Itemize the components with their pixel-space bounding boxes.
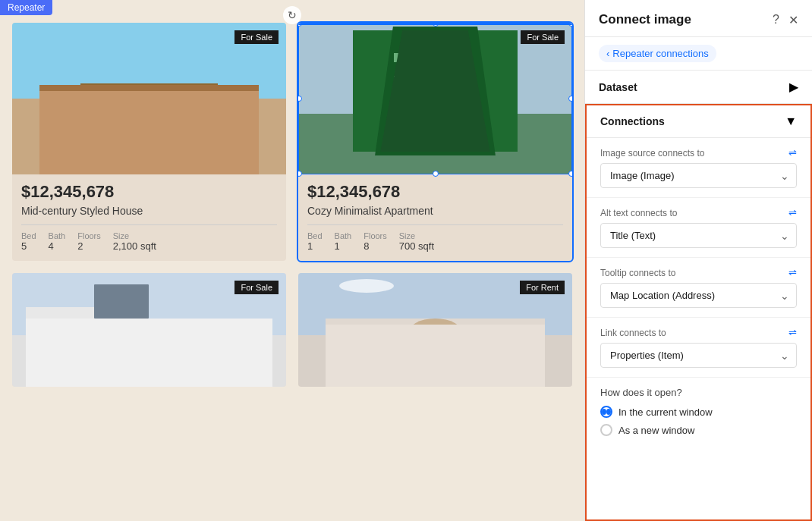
- panel-header: Connect image ? ✕: [585, 0, 812, 37]
- alt-text-select-wrapper: Title (Text) Description (Text) Address …: [600, 223, 797, 248]
- panel-title: Connect image: [599, 12, 691, 27]
- panel-help-icon[interactable]: ?: [773, 13, 779, 27]
- card-2[interactable]: Image ↺: [298, 23, 572, 261]
- radio-current-window-text: In the current window: [618, 406, 713, 418]
- card-1-floors: Floors 2: [77, 231, 101, 252]
- dataset-row[interactable]: Dataset ▶: [585, 71, 812, 104]
- alt-text-label: Alt text connects to ⇌: [600, 207, 797, 218]
- card-1-info: $12,345,678 Mid-century Styled House Bed…: [12, 174, 286, 261]
- card-1-title: Mid-century Styled House: [21, 205, 277, 217]
- card-2-title: Cozy Minimalist Apartment: [307, 205, 563, 217]
- card-2-bed: Bed 1: [307, 231, 323, 252]
- card-1-image: [12, 23, 286, 174]
- alt-text-select[interactable]: Title (Text) Description (Text) Address …: [600, 223, 797, 248]
- alt-text-link-icon[interactable]: ⇌: [788, 207, 797, 218]
- radio-new-window-circle: [600, 424, 612, 436]
- card-4-badge: For Rent: [520, 281, 565, 294]
- connection-image-source: Image source connects to ⇌ Image (Image)…: [587, 138, 810, 198]
- image-source-select-wrapper: Image (Image) Title (Text) Price (Number…: [600, 163, 797, 188]
- link-label: Link connects to ⇌: [600, 327, 797, 338]
- right-panel: Connect image ? ✕ ‹ Repeater connections…: [584, 0, 812, 521]
- image-source-link-icon[interactable]: ⇌: [788, 147, 797, 158]
- back-link-text: Repeater connections: [612, 48, 708, 59]
- card-2-badge: For Sale: [521, 30, 565, 44]
- connections-section: Connections ▼ Image source connects to ⇌…: [585, 104, 812, 521]
- card-2-details: Bed 1 Bath 1 Floors 8 Size 700 sqft: [307, 231, 563, 252]
- open-label: How does it open?: [600, 387, 797, 398]
- card-4: For Rent: [298, 273, 572, 387]
- radio-current-window-circle: [600, 406, 612, 418]
- card-1: For Sale $12,345,678 Mid-century Styled …: [12, 23, 286, 261]
- card-2-price: $12,345,678: [307, 182, 563, 202]
- panel-close-icon[interactable]: ✕: [788, 13, 798, 27]
- canvas-refresh-icon[interactable]: ↻: [283, 6, 301, 24]
- tooltip-select-wrapper: Map Location (Address) Title (Text) Desc…: [600, 283, 797, 308]
- radio-current-window[interactable]: In the current window: [600, 406, 797, 418]
- dataset-arrow-icon: ▶: [789, 80, 798, 94]
- panel-header-icons: ? ✕: [773, 13, 798, 27]
- tooltip-select[interactable]: Map Location (Address) Title (Text) Desc…: [600, 283, 797, 308]
- radio-new-window[interactable]: As a new window: [600, 424, 797, 436]
- radio-new-window-text: As a new window: [618, 425, 694, 436]
- card-2-floors: Floors 8: [364, 231, 387, 252]
- radio-group: In the current window As a new window: [600, 406, 797, 436]
- image-source-select[interactable]: Image (Image) Title (Text) Price (Number…: [600, 163, 797, 188]
- card-2-divider: [307, 224, 563, 225]
- open-section: How does it open? In the current window …: [587, 378, 810, 445]
- link-link-icon[interactable]: ⇌: [788, 327, 797, 338]
- card-1-size: Size 2,100 sqft: [113, 231, 156, 252]
- back-chevron-icon: ‹: [606, 48, 609, 59]
- link-select-wrapper: Properties (Item) URL (Text) None: [600, 343, 797, 368]
- tooltip-label: Tooltip connects to ⇌: [600, 267, 797, 278]
- card-3: For Sale: [12, 273, 286, 387]
- connection-tooltip: Tooltip connects to ⇌ Map Location (Addr…: [587, 258, 810, 318]
- card-1-bath: Bath 4: [49, 231, 66, 252]
- card-1-badge: For Sale: [234, 30, 279, 44]
- card-1-divider: [21, 224, 277, 225]
- cards-grid: For Sale $12,345,678 Mid-century Styled …: [0, 0, 584, 399]
- dataset-label: Dataset: [599, 81, 637, 93]
- card-1-price: $12,345,678: [21, 182, 277, 202]
- card-3-badge: For Sale: [234, 281, 279, 294]
- connections-arrow-icon: ▼: [785, 115, 797, 128]
- card-1-details: Bed 5 Bath 4 Floors 2 Size 2,100 sqft: [21, 231, 277, 252]
- image-source-label: Image source connects to ⇌: [600, 147, 797, 158]
- repeater-label: Repeater: [0, 0, 52, 15]
- card-1-bed: Bed 5: [21, 231, 36, 252]
- repeater-connections-bar: ‹ Repeater connections: [585, 37, 812, 71]
- connections-header: Connections ▼: [587, 105, 810, 138]
- card-2-top-bar: [298, 23, 572, 25]
- back-link[interactable]: ‹ Repeater connections: [599, 45, 716, 62]
- connections-title: Connections: [600, 115, 665, 127]
- card-2-bath: Bath 1: [335, 231, 352, 252]
- connection-link: Link connects to ⇌ Properties (Item) URL…: [587, 318, 810, 378]
- connection-alt-text: Alt text connects to ⇌ Title (Text) Desc…: [587, 198, 810, 258]
- card-2-size: Size 700 sqft: [399, 231, 434, 252]
- card-2-image: [298, 23, 572, 174]
- tooltip-link-icon[interactable]: ⇌: [788, 267, 797, 278]
- link-select[interactable]: Properties (Item) URL (Text) None: [600, 343, 797, 368]
- card-2-info: $12,345,678 Cozy Minimalist Apartment Be…: [298, 174, 572, 261]
- canvas: Repeater ↻ For Sale $12,345,678 Mid-cen: [0, 0, 584, 521]
